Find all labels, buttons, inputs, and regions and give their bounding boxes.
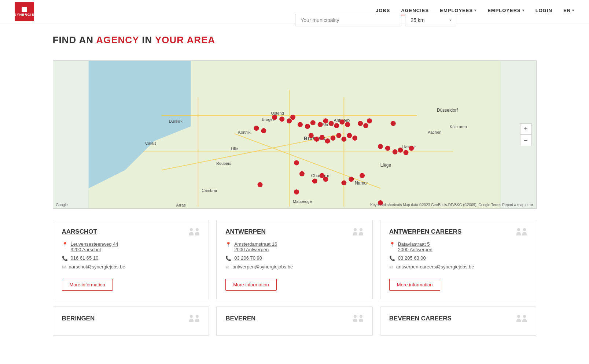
heading-area: YOUR AREA — [155, 34, 215, 45]
svg-point-70 — [254, 126, 259, 131]
person2-icon — [522, 228, 527, 235]
search-bar: 5 km10 km25 km50 km100 km — [295, 14, 456, 26]
svg-text:Aachen: Aachen — [428, 130, 441, 134]
svg-point-38 — [310, 120, 315, 125]
svg-point-57 — [398, 148, 403, 153]
email-icon: ✉ — [389, 264, 393, 270]
heading-agency: AGENCY — [96, 34, 139, 45]
svg-point-54 — [378, 144, 383, 149]
svg-point-36 — [297, 122, 302, 127]
svg-point-44 — [345, 122, 350, 127]
svg-point-48 — [325, 138, 330, 144]
heading-part1: FIND AN — [53, 34, 96, 45]
email-link[interactable]: aarschot@synergiejobs.be — [69, 264, 125, 270]
svg-point-68 — [257, 182, 262, 187]
address-link[interactable]: Leuvensesteenweg 443200 Aarschot — [71, 241, 118, 252]
agency-cards-grid: AARSCHOT 📍 Leuvensesteenweg 443200 Aarsc… — [53, 220, 537, 299]
svg-point-58 — [403, 150, 408, 155]
card-email: ✉ antwerpen-careers@synergiejobs.be — [389, 264, 527, 270]
svg-point-56 — [392, 149, 397, 155]
svg-text:Lille: Lille — [231, 146, 238, 151]
more-info-button[interactable]: More information — [225, 279, 277, 291]
zoom-in-button[interactable]: + — [520, 124, 531, 135]
svg-text:Köln area: Köln area — [449, 125, 467, 129]
distance-select[interactable]: 5 km10 km25 km50 km100 km — [405, 14, 456, 26]
svg-point-69 — [294, 189, 299, 194]
svg-point-51 — [341, 137, 346, 142]
card-header-partial: BEVEREN — [225, 315, 364, 322]
more-info-button[interactable]: More information — [62, 279, 113, 291]
svg-point-37 — [305, 124, 310, 129]
map-svg: Brussels Ghent Antwerp Lille Roubaix Cha… — [53, 61, 536, 208]
person1-icon — [353, 315, 358, 322]
logo[interactable]: SYNERGIE — [15, 2, 34, 21]
svg-point-75 — [367, 118, 372, 123]
svg-point-55 — [385, 146, 390, 151]
partial-card-title[interactable]: BEVEREN CAREERS — [389, 315, 452, 322]
svg-point-40 — [323, 118, 328, 123]
municipality-input[interactable] — [295, 14, 401, 26]
partial-agency-card-beveren-careers: BEVEREN CAREERS — [380, 307, 537, 336]
more-info-button[interactable]: More information — [389, 279, 441, 291]
page-heading: FIND AN AGENCY IN YOUR AREA — [53, 34, 216, 46]
svg-point-61 — [299, 171, 304, 177]
header: SYNERGIE JOBSAGENCIESEMPLOYEES▾EMPLOYERS… — [0, 0, 589, 23]
phone-icon: 📞 — [389, 256, 395, 261]
people-icon-partial — [516, 315, 527, 322]
map-container: Brussels Ghent Antwerp Lille Roubaix Cha… — [53, 60, 537, 209]
address-link[interactable]: Amsterdamstraat 162000 Antwerpen — [234, 241, 277, 252]
search-row: FIND AN AGENCY IN YOUR AREA 5 km10 km25 … — [53, 34, 537, 53]
address-link[interactable]: Bataviastraat 52000 Antwerpen — [398, 241, 432, 252]
svg-point-66 — [349, 177, 354, 182]
partial-card-title[interactable]: BEVEREN — [225, 315, 255, 322]
email-link[interactable]: antwerpen@synergiejobs.be — [232, 264, 293, 270]
nav-item-login[interactable]: LOGIN — [535, 8, 552, 15]
people-icon-partial — [353, 315, 364, 322]
phone-link[interactable]: 03 205 63 00 — [398, 255, 426, 261]
card-email: ✉ antwerpen@synergiejobs.be — [225, 264, 364, 270]
card-address: 📍 Amsterdamstraat 162000 Antwerpen — [225, 241, 364, 252]
svg-point-49 — [330, 135, 335, 141]
people-icon — [516, 228, 527, 235]
svg-point-50 — [336, 133, 341, 138]
card-title[interactable]: ANTWERPEN — [225, 228, 266, 235]
card-title[interactable]: ANTWERPEN CAREERS — [389, 228, 461, 235]
location-icon: 📍 — [62, 242, 68, 247]
svg-point-45 — [308, 133, 313, 138]
person2-icon — [358, 228, 364, 235]
people-icon — [189, 228, 200, 235]
chevron-down-icon: ▾ — [474, 8, 476, 12]
svg-text:Arras: Arras — [176, 203, 186, 207]
email-link[interactable]: antwerpen-careers@synergiejobs.be — [396, 264, 474, 270]
svg-text:Maubeuge: Maubeuge — [293, 199, 312, 204]
card-phone: 📞 03 205 63 00 — [389, 255, 527, 261]
phone-icon: 📞 — [225, 256, 231, 261]
partial-card-title[interactable]: BERINGEN — [62, 315, 95, 322]
person2-icon — [522, 315, 527, 322]
svg-point-34 — [287, 118, 292, 123]
svg-point-59 — [409, 146, 414, 151]
card-title[interactable]: AARSCHOT — [62, 228, 97, 235]
svg-point-63 — [323, 177, 328, 182]
map-footer-google: Google — [56, 203, 68, 207]
person1-icon — [516, 228, 521, 235]
phone-link[interactable]: 03 206 70 90 — [234, 255, 262, 261]
card-address: 📍 Leuvensesteenweg 443200 Aarschot — [62, 241, 200, 252]
svg-point-46 — [314, 137, 319, 142]
svg-text:Düsseldorf: Düsseldorf — [437, 108, 458, 113]
card-address: 📍 Bataviastraat 52000 Antwerpen — [389, 241, 527, 252]
svg-point-52 — [347, 133, 352, 138]
agency-card-antwerpen-careers: ANTWERPEN CAREERS 📍 Bataviastraat 52000 … — [380, 220, 537, 299]
nav-item-employers[interactable]: EMPLOYERS▾ — [487, 8, 524, 15]
person2-icon — [195, 228, 200, 235]
svg-text:Namur: Namur — [355, 181, 368, 186]
nav-item-en[interactable]: EN▾ — [563, 8, 574, 15]
people-icon-partial — [189, 315, 200, 322]
people-icon — [353, 228, 364, 235]
agency-card-antwerpen: ANTWERPEN 📍 Amsterdamstraat 162000 Antwe… — [216, 220, 373, 299]
svg-point-53 — [352, 135, 357, 141]
phone-link[interactable]: 016 61 65 10 — [71, 255, 99, 261]
zoom-out-button[interactable]: − — [520, 135, 531, 146]
logo-square-icon — [22, 7, 27, 12]
logo-label: SYNERGIE — [14, 13, 34, 16]
